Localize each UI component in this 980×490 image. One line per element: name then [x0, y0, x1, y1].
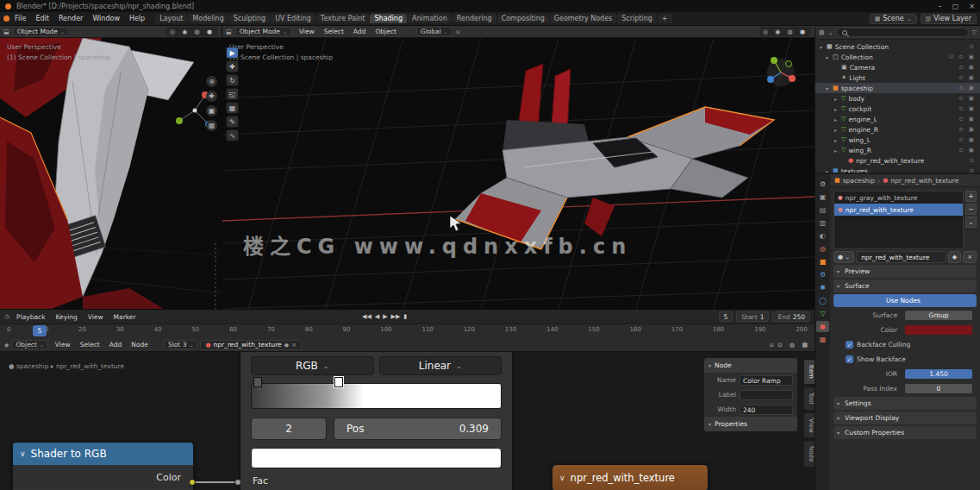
material-slot-list[interactable]: ● npr_gray_with_texture ● npr_red_with_t…: [833, 191, 964, 249]
slot-list-button[interactable]: ⌄: [965, 217, 977, 228]
timeline-menu-item[interactable]: Keying: [52, 312, 82, 322]
workspace-tab[interactable]: Shading: [370, 14, 407, 23]
frame-start-field[interactable]: Start 1: [736, 311, 769, 322]
sidebar-row[interactable]: Properties: [704, 417, 797, 431]
color-stop-0[interactable]: [253, 377, 262, 387]
fac-input-socket[interactable]: [234, 479, 241, 486]
blender-menu-icon[interactable]: [3, 16, 9, 22]
property-row[interactable]: Viewport Display: [833, 411, 977, 424]
property-row[interactable]: Surface Group: [833, 309, 977, 322]
workspace-tab[interactable]: Compositing: [497, 14, 549, 23]
playback-button[interactable]: ▮: [403, 313, 407, 320]
editor-type-icon[interactable]: ⬓: [3, 28, 9, 35]
properties-tab-icon[interactable]: ■: [816, 256, 829, 267]
disclosure-triangle-icon[interactable]: ▸: [824, 168, 830, 173]
property-value-field[interactable]: [904, 324, 973, 336]
breadcrumb-material-name[interactable]: npr_red_with_texture: [890, 177, 958, 185]
visibility-toggle-icons[interactable]: ⊙: [970, 167, 976, 173]
disclosure-triangle-icon[interactable]: ▾: [824, 54, 830, 60]
outliner-search-input[interactable]: [837, 28, 969, 37]
slot-list-button[interactable]: +: [965, 191, 977, 202]
visibility-toggle-icons[interactable]: ⊙: [970, 43, 976, 50]
browse-material-button[interactable]: ● ⌄: [833, 251, 854, 263]
timeline-editor[interactable]: ◷ PlaybackKeyingViewMarker ◀◀◀▶▶▶▮ 5 Sta…: [0, 309, 815, 338]
properties-tab-icon[interactable]: ⚙: [816, 179, 829, 190]
collapse-chevron-icon[interactable]: ∨: [20, 449, 26, 458]
visibility-toggle-icons[interactable]: ⊙ ▣: [958, 147, 976, 154]
disclosure-triangle-icon[interactable]: ▸: [833, 148, 839, 154]
sidebar-row-value[interactable]: 240: [740, 405, 793, 415]
property-value-field[interactable]: 0: [904, 383, 973, 394]
visibility-toggle-icons[interactable]: ⊙ ▣: [958, 105, 976, 112]
outliner-row[interactable]: ▾ ▦ Scene Collection ⊙: [815, 41, 980, 52]
datablock-name[interactable]: engine_L: [848, 116, 877, 123]
sidebar-row[interactable]: Label: [704, 387, 797, 402]
tool-button[interactable]: ▶: [226, 47, 239, 59]
frame-end-field[interactable]: End 250: [772, 311, 810, 322]
sidebar-tab[interactable]: Tool: [803, 386, 815, 411]
slot-list-button[interactable]: −: [965, 204, 977, 215]
datablock-name[interactable]: engine_R: [848, 126, 878, 134]
properties-tab-icon[interactable]: ✱: [816, 282, 829, 293]
disclosure-triangle-icon[interactable]: ▸: [833, 127, 839, 133]
shader-editor[interactable]: ◈ Object ⌄ ViewSelectAddNode Slot 3 ⌄ ●: [0, 338, 815, 490]
menu-item[interactable]: File: [10, 14, 30, 23]
disclosure-triangle-icon[interactable]: ▾: [818, 44, 824, 50]
shader-menu-item[interactable]: View: [51, 340, 75, 349]
viewport-menu-item[interactable]: Add: [349, 27, 371, 36]
scene-selector[interactable]: ▦ Scene ⌄: [870, 14, 917, 24]
collapse-chevron-icon[interactable]: ∨: [559, 474, 565, 482]
datablock-name[interactable]: wing_R: [848, 147, 871, 154]
sidebar-tab[interactable]: View: [803, 412, 815, 439]
view-layer-selector[interactable]: ▥ View Layer: [921, 14, 977, 24]
sidebar-row[interactable]: Node: [704, 358, 797, 373]
disclosure-triangle-icon[interactable]: ▾: [824, 85, 830, 91]
menu-item[interactable]: Edit: [31, 14, 53, 23]
property-row[interactable]: IOR 1.450: [833, 368, 977, 380]
viewport-right[interactable]: ⬓ Object Mode ⌄ ViewSelectAddObject Glob…: [222, 26, 815, 309]
menu-item[interactable]: Window: [88, 14, 124, 23]
fake-user-shield-icon[interactable]: ◆: [948, 251, 961, 263]
property-row[interactable]: Backface Culling: [833, 338, 977, 351]
property-row[interactable]: Preview: [833, 265, 977, 278]
outliner-row[interactable]: ▸ ▽ wing_L ⊙ ▣: [815, 135, 980, 145]
material-slot-row[interactable]: ● npr_red_with_texture: [834, 204, 963, 216]
shader-canvas[interactable]: ● spaceship ▸ npr_red_with_texture ∨ Sha…: [0, 352, 815, 490]
outliner-row[interactable]: ▸ ▽ wing_R ⊙ ▣: [815, 145, 980, 155]
property-row[interactable]: Settings: [833, 397, 977, 410]
close-button[interactable]: ×: [969, 3, 975, 10]
unlink-material-icon[interactable]: ×: [963, 251, 977, 263]
workspace-tab[interactable]: Sculpting: [229, 14, 270, 23]
workspace-tab[interactable]: Layout: [155, 14, 187, 23]
visibility-toggle-icons[interactable]: ⊙ ▣: [958, 95, 976, 102]
filter-funnel-icon[interactable]: ▽: [972, 29, 977, 36]
material-name-field[interactable]: npr_red_with_texture: [856, 251, 946, 263]
minimize-button[interactable]: –: [939, 3, 942, 10]
timeline-ruler[interactable]: 0102030405060708090100110120130140150160…: [0, 324, 815, 338]
properties-tab-icon[interactable]: ⚙: [816, 269, 829, 280]
timeline-menu-item[interactable]: Playback: [12, 312, 49, 322]
editor-type-icon[interactable]: ⬓: [226, 28, 232, 35]
current-frame-field[interactable]: 5: [719, 311, 733, 322]
visibility-toggle-icons[interactable]: ⊙ ▣: [958, 74, 976, 81]
property-row[interactable]: Color: [833, 324, 977, 336]
playback-button[interactable]: ◀: [375, 313, 379, 320]
viewport-gizmo-icon[interactable]: ✚: [206, 91, 217, 102]
playback-button[interactable]: ▶▶: [391, 313, 401, 320]
viewport-menu-item[interactable]: Object: [371, 27, 400, 36]
properties-tab-icon[interactable]: ●: [816, 321, 829, 332]
property-row[interactable]: Surface: [833, 280, 977, 292]
outliner-row[interactable]: ▾ ■ spaceship ⊙ ▣: [815, 83, 980, 93]
disclosure-triangle-icon[interactable]: ▸: [833, 116, 839, 122]
node-color-ramp[interactable]: ∨ Color Ramp RGB ⌄ Linear: [240, 352, 513, 490]
workspace-tab[interactable]: Modeling: [188, 14, 228, 23]
mode-dropdown[interactable]: Object Mode ⌄: [235, 27, 291, 36]
breadcrumb-object-name[interactable]: spaceship: [843, 177, 876, 185]
timeline-playhead[interactable]: 5: [33, 325, 47, 336]
checkbox-icon[interactable]: [846, 355, 853, 363]
shader-menu-item[interactable]: Add: [105, 340, 127, 349]
properties-tab-icon[interactable]: ◯: [816, 295, 829, 306]
properties-tab-icon[interactable]: ▥: [816, 217, 829, 229]
visibility-toggle-icons[interactable]: ⊙ ▣: [958, 116, 976, 122]
property-row[interactable]: Use Nodes: [833, 294, 977, 307]
